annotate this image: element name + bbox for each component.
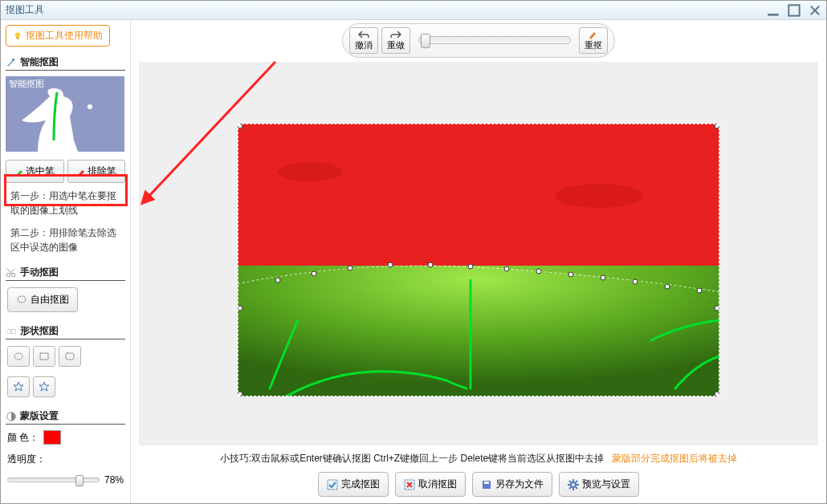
help-button[interactable]: 抠图工具使用帮助 <box>6 25 110 47</box>
svg-point-18 <box>275 278 280 282</box>
svg-point-35 <box>238 306 242 311</box>
mask-opacity-label: 透明度： <box>7 453 46 466</box>
mask-color-label: 颜 色： <box>7 431 39 445</box>
svg-rect-40 <box>484 482 489 484</box>
svg-rect-13 <box>66 353 74 360</box>
star-icon <box>13 381 24 392</box>
svg-point-7 <box>11 273 14 276</box>
cancel-cutout-button[interactable]: 取消抠图 <box>395 472 466 497</box>
save-as-button[interactable]: 另存为文件 <box>472 472 552 497</box>
svg-point-9 <box>7 329 11 333</box>
redo-button[interactable]: 重做 <box>381 27 410 54</box>
roundrect-icon <box>64 351 75 362</box>
close-button[interactable] <box>809 5 821 16</box>
svg-point-41 <box>571 482 576 487</box>
svg-point-16 <box>278 162 342 181</box>
svg-rect-0 <box>768 14 778 16</box>
rect-icon <box>39 351 50 362</box>
svg-point-34 <box>715 392 719 396</box>
mask-opacity-slider[interactable] <box>7 478 100 482</box>
canvas-wrap <box>139 62 818 445</box>
finish-cutout-button[interactable]: 完成抠图 <box>318 472 389 497</box>
svg-rect-3 <box>17 37 19 39</box>
svg-point-19 <box>312 271 316 276</box>
sidebar: 抠图工具使用帮助 智能抠图 智能抠图 选中笔 排除笔 第一步：用选中笔在 <box>1 20 131 503</box>
wand-icon <box>6 57 17 68</box>
shape-roundrect-button[interactable] <box>59 346 81 367</box>
svg-point-32 <box>715 124 719 128</box>
hint-bar: 小技巧:双击鼠标或Enter键确认抠图 Ctrl+Z键撤回上一步 Delete键… <box>131 447 826 469</box>
shapes-icon <box>6 326 17 337</box>
svg-point-4 <box>35 109 41 116</box>
svg-point-17 <box>555 184 643 208</box>
ellipse-icon <box>13 351 24 362</box>
svg-point-29 <box>665 284 670 289</box>
maximize-button[interactable] <box>788 5 801 16</box>
recut-button[interactable]: 重抠 <box>579 27 608 54</box>
svg-point-31 <box>238 124 242 128</box>
undo-icon <box>357 30 370 39</box>
content-area: 撤消 重做 重抠 <box>131 20 826 503</box>
lasso-icon <box>16 295 27 306</box>
shape-star2-button[interactable] <box>33 376 55 397</box>
svg-point-22 <box>428 262 433 267</box>
svg-line-48 <box>576 481 577 482</box>
svg-rect-1 <box>788 5 799 15</box>
svg-point-24 <box>504 266 509 271</box>
brush-size-slider[interactable] <box>418 36 571 44</box>
redo-icon <box>389 30 402 39</box>
svg-line-47 <box>576 487 577 489</box>
pen-red-icon <box>76 167 86 177</box>
section-smart-cutout: 智能抠图 <box>6 53 125 71</box>
svg-point-27 <box>601 275 605 280</box>
exclude-pen-button[interactable]: 排除笔 <box>67 160 126 183</box>
recut-icon <box>587 30 600 39</box>
svg-point-21 <box>388 262 393 267</box>
shape-star-button[interactable] <box>7 376 30 397</box>
smart-cutout-thumbnail[interactable]: 智能抠图 <box>6 76 124 152</box>
svg-point-6 <box>6 273 10 276</box>
free-cutout-button[interactable]: 自由抠图 <box>7 287 78 312</box>
preview-settings-button[interactable]: 预览与设置 <box>559 472 639 497</box>
select-pen-button[interactable]: 选中笔 <box>6 160 64 183</box>
image-canvas[interactable] <box>238 124 719 396</box>
minimize-button[interactable] <box>767 5 780 16</box>
step1-text: 第一步：用选中笔在要抠取的图像上划线 <box>6 186 125 220</box>
shape-rect-button[interactable] <box>33 346 55 367</box>
pen-green-icon <box>14 167 24 177</box>
star2-icon <box>39 381 50 392</box>
gear-icon <box>568 479 579 490</box>
svg-point-8 <box>18 296 26 303</box>
svg-line-46 <box>569 481 571 482</box>
svg-point-28 <box>633 279 638 284</box>
svg-line-49 <box>569 487 571 489</box>
svg-rect-10 <box>11 329 15 333</box>
toolbar-top: 撤消 重做 重抠 <box>131 20 826 60</box>
section-shape-cutout: 形状抠图 <box>6 322 125 339</box>
svg-point-33 <box>238 392 242 396</box>
svg-point-36 <box>715 306 719 311</box>
scissors-icon <box>6 267 17 278</box>
svg-point-26 <box>568 272 573 277</box>
svg-point-23 <box>468 264 473 269</box>
x-icon <box>404 479 415 490</box>
mask-color-swatch[interactable] <box>43 430 61 445</box>
svg-point-5 <box>88 104 92 109</box>
titlebar: 抠图工具 <box>1 1 826 20</box>
svg-point-20 <box>348 266 352 270</box>
undo-button[interactable]: 撤消 <box>349 27 378 54</box>
mask-opacity-value: 78% <box>104 474 124 486</box>
svg-point-2 <box>15 32 20 37</box>
svg-rect-12 <box>40 353 48 360</box>
mask-icon <box>6 411 17 422</box>
bulb-icon <box>13 31 22 41</box>
section-manual-cutout: 手动抠图 <box>6 263 125 281</box>
svg-point-30 <box>697 288 702 293</box>
action-bar: 完成抠图 取消抠图 另存为文件 预览与设置 <box>131 469 826 503</box>
step2-text: 第二步：用排除笔去除选区中误选的图像 <box>6 223 125 257</box>
shape-ellipse-button[interactable] <box>7 346 30 367</box>
svg-rect-37 <box>328 480 337 490</box>
window-title: 抠图工具 <box>6 3 767 17</box>
svg-point-25 <box>536 269 541 274</box>
section-mask: 蒙版设置 <box>6 407 125 425</box>
